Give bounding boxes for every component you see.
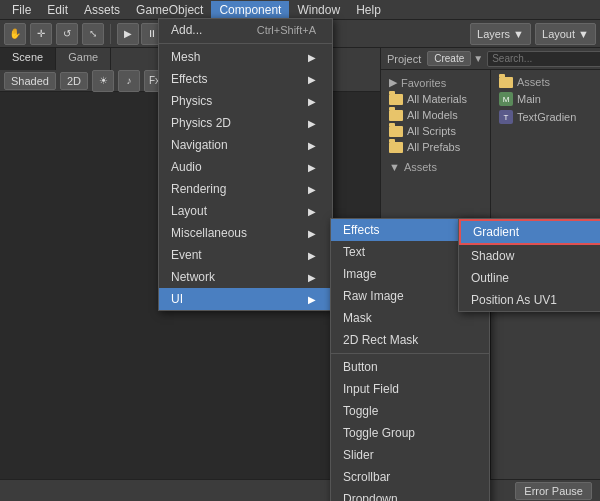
assets-section: ▼ Assets [385, 159, 486, 175]
menu-ui-label: UI [171, 292, 183, 306]
folder-all-materials[interactable]: All Materials [385, 91, 486, 107]
ui-toggle-label: Toggle [343, 404, 378, 418]
toolbar-move[interactable]: ✛ [30, 23, 52, 45]
error-pause-button[interactable]: Error Pause [515, 482, 592, 500]
folder-label-prefabs: All Prefabs [407, 141, 460, 153]
menu-layout[interactable]: Layout ▶ [159, 200, 332, 222]
favorites-header: ▶ Favorites [385, 74, 486, 91]
folder-icon-materials [389, 94, 403, 105]
create-button[interactable]: Create [427, 51, 471, 66]
audio-btn[interactable]: ♪ [118, 70, 140, 92]
assets-header: ▼ Assets [385, 159, 486, 175]
ui-sep-1 [331, 353, 489, 354]
menu-bar: File Edit Assets GameObject Component Wi… [0, 0, 600, 20]
play-button[interactable]: ▶ [117, 23, 139, 45]
ui-toggle[interactable]: Toggle [331, 400, 489, 422]
effects-gradient[interactable]: Gradient [459, 219, 600, 245]
toolbar-rotate[interactable]: ↺ [56, 23, 78, 45]
menu-event[interactable]: Event ▶ [159, 244, 332, 266]
menu-audio[interactable]: Audio ▶ [159, 156, 332, 178]
folder-icon-models [389, 110, 403, 121]
asset-label-textgradient: TextGradien [517, 111, 576, 123]
menu-network[interactable]: Network ▶ [159, 266, 332, 288]
asset-label-main: Main [517, 93, 541, 105]
menu-gameobject[interactable]: GameObject [128, 1, 211, 19]
menu-window[interactable]: Window [289, 1, 348, 19]
menu-assets[interactable]: Assets [76, 1, 128, 19]
toolbar-layers[interactable]: Layers ▼ [470, 23, 531, 45]
tab-game[interactable]: Game [56, 48, 111, 70]
toolbar-scale[interactable]: ⤡ [82, 23, 104, 45]
project-search[interactable] [487, 51, 600, 67]
assets-folder-icon [499, 77, 513, 88]
effects-positionuv1[interactable]: Position As UV1 [459, 289, 600, 311]
asset-textgradient[interactable]: T TextGradien [495, 108, 596, 126]
menu-mesh[interactable]: Mesh ▶ [159, 46, 332, 68]
menu-layout-arrow: ▶ [308, 206, 316, 217]
menu-misc[interactable]: Miscellaneous ▶ [159, 222, 332, 244]
ui-2drectmask[interactable]: 2D Rect Mask [331, 329, 489, 351]
folder-label-models: All Models [407, 109, 458, 121]
menu-ui[interactable]: UI ▶ [159, 288, 332, 310]
folder-all-models[interactable]: All Models [385, 107, 486, 123]
ui-inputfield[interactable]: Input Field [331, 378, 489, 400]
menu-add-label: Add... [171, 23, 202, 37]
toolbar-layout[interactable]: Layout ▼ [535, 23, 596, 45]
lighting-btn[interactable]: ☀ [92, 70, 114, 92]
sep-1 [159, 43, 332, 44]
menu-mesh-label: Mesh [171, 50, 200, 64]
ui-scrollbar[interactable]: Scrollbar [331, 466, 489, 488]
menu-add[interactable]: Add... Ctrl+Shift+A [159, 19, 332, 41]
favorites-arrow: ▶ [389, 76, 397, 89]
assets-arrow: ▼ [389, 161, 400, 173]
shaded-dropdown[interactable]: Shaded [4, 72, 56, 90]
menu-mesh-arrow: ▶ [308, 52, 316, 63]
menu-rendering[interactable]: Rendering ▶ [159, 178, 332, 200]
effects-outline[interactable]: Outline [459, 267, 600, 289]
folder-label-scripts: All Scripts [407, 125, 456, 137]
menu-physics[interactable]: Physics ▶ [159, 90, 332, 112]
menu-network-label: Network [171, 270, 215, 284]
menu-navigation[interactable]: Navigation ▶ [159, 134, 332, 156]
menu-component[interactable]: Component [211, 1, 289, 19]
asset-main[interactable]: M Main [495, 90, 596, 108]
status-bar: Error Pause [0, 479, 600, 501]
ui-slider[interactable]: Slider [331, 444, 489, 466]
menu-help[interactable]: Help [348, 1, 389, 19]
menu-effects-label: Effects [171, 72, 207, 86]
menu-add-shortcut: Ctrl+Shift+A [257, 24, 316, 36]
ui-togglegroup[interactable]: Toggle Group [331, 422, 489, 444]
assets-right-header: Assets [495, 74, 596, 90]
menu-rendering-arrow: ▶ [308, 184, 316, 195]
tab-scene[interactable]: Scene [0, 48, 56, 70]
effects-shadow-label: Shadow [471, 249, 514, 263]
ui-2drectmask-label: 2D Rect Mask [343, 333, 418, 347]
folder-label-materials: All Materials [407, 93, 467, 105]
component-menu: Add... Ctrl+Shift+A Mesh ▶ Effects ▶ Phy… [158, 18, 333, 311]
menu-event-label: Event [171, 248, 202, 262]
menu-navigation-label: Navigation [171, 138, 228, 152]
ui-button[interactable]: Button [331, 356, 489, 378]
2d-button[interactable]: 2D [60, 72, 88, 90]
menu-file[interactable]: File [4, 1, 39, 19]
effects-gradient-label: Gradient [473, 225, 519, 239]
menu-misc-label: Miscellaneous [171, 226, 247, 240]
toolbar-sep-1 [110, 24, 111, 44]
toolbar-hand[interactable]: ✋ [4, 23, 26, 45]
ui-slider-label: Slider [343, 448, 374, 462]
folder-all-prefabs[interactable]: All Prefabs [385, 139, 486, 155]
menu-network-arrow: ▶ [308, 272, 316, 283]
ui-button-label: Button [343, 360, 378, 374]
menu-misc-arrow: ▶ [308, 228, 316, 239]
menu-audio-label: Audio [171, 160, 202, 174]
menu-edit[interactable]: Edit [39, 1, 76, 19]
menu-navigation-arrow: ▶ [308, 140, 316, 151]
menu-audio-arrow: ▶ [308, 162, 316, 173]
menu-effects[interactable]: Effects ▶ [159, 68, 332, 90]
project-title: Project [387, 53, 421, 65]
menu-physics-arrow: ▶ [308, 96, 316, 107]
ui-dropdown[interactable]: Dropdown [331, 488, 489, 501]
effects-shadow[interactable]: Shadow [459, 245, 600, 267]
folder-all-scripts[interactable]: All Scripts [385, 123, 486, 139]
menu-physics2d[interactable]: Physics 2D ▶ [159, 112, 332, 134]
